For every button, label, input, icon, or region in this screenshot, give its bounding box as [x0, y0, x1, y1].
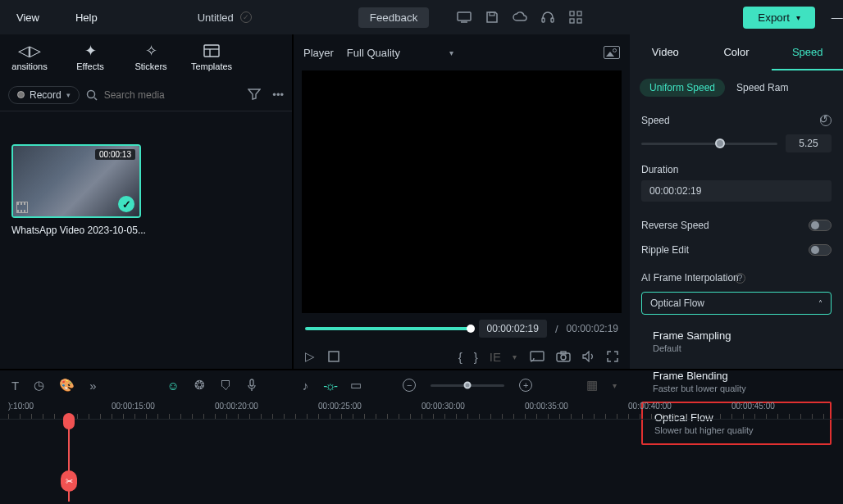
subtab-speed-ramp[interactable]: Speed Ram — [733, 79, 791, 97]
zoom-in-button[interactable]: + — [519, 379, 532, 392]
record-dot-icon — [17, 91, 25, 98]
tab-video[interactable]: Video — [630, 34, 701, 70]
ruler-stamp: 00:00:45:00 — [731, 402, 775, 411]
cast-icon[interactable] — [530, 351, 545, 362]
align-icon[interactable]: -☼- — [323, 379, 335, 393]
snapshot-icon[interactable] — [604, 46, 620, 59]
chevron-down-icon: ▾ — [796, 13, 800, 22]
headphones-icon[interactable] — [540, 10, 555, 25]
timeline-tracks[interactable]: ✂ — [0, 420, 843, 502]
tab-color[interactable]: Color — [701, 34, 772, 70]
tab-templates[interactable]: Templates — [185, 42, 238, 71]
reset-icon[interactable] — [820, 115, 832, 126]
menu-view[interactable]: View — [7, 8, 49, 27]
feedback-button[interactable]: Feedback — [358, 7, 430, 28]
grid-view-icon[interactable]: ▦ — [586, 378, 598, 393]
brace-open-icon[interactable]: { — [458, 350, 463, 364]
play-icon[interactable]: ▷ — [305, 349, 315, 364]
music-icon[interactable]: ♪ — [303, 379, 309, 393]
stop-icon[interactable] — [328, 351, 339, 362]
option-title: Frame Blending — [653, 370, 820, 382]
player-tab[interactable]: Player — [303, 47, 334, 59]
duration-value[interactable]: 00:00:02:19 — [641, 180, 832, 202]
zoom-slider[interactable] — [431, 384, 504, 387]
palette-icon[interactable]: 🎨 — [59, 378, 75, 393]
export-button[interactable]: Export ▾ — [743, 7, 815, 29]
filter-icon[interactable] — [248, 89, 261, 101]
quality-select[interactable]: Full Quality ▾ — [347, 47, 453, 59]
option-frame-sampling[interactable]: Frame Sampling Default — [641, 321, 832, 361]
ruler-stamp: 00:00:15:00 — [112, 402, 155, 411]
fullscreen-icon[interactable] — [607, 351, 618, 362]
option-title: Frame Sampling — [653, 329, 820, 342]
menu-help[interactable]: Help — [66, 8, 107, 27]
tab-label: Effects — [76, 61, 103, 71]
equalizer-icon[interactable]: IE — [490, 350, 501, 364]
svg-rect-14 — [329, 352, 339, 361]
crop-icon[interactable]: ▭ — [350, 378, 362, 393]
camera-icon[interactable] — [556, 351, 571, 362]
chevron-down-icon[interactable]: ▾ — [513, 352, 517, 361]
zoom-out-button[interactable]: − — [403, 379, 416, 392]
search-input[interactable] — [104, 89, 242, 101]
tab-transitions[interactable]: ◁▷ ansitions — [3, 42, 56, 71]
properties-panel: Video Color Speed Uniform Speed Speed Ra… — [630, 34, 843, 369]
shield-icon[interactable]: ⛉ — [220, 379, 232, 393]
option-subtitle: Faster but lower quality — [653, 384, 820, 393]
brace-close-icon[interactable]: } — [474, 350, 478, 364]
ruler-stamp: 00:00:20:00 — [215, 402, 258, 411]
smiley-icon[interactable]: ☺ — [167, 379, 180, 393]
tab-speed[interactable]: Speed — [772, 34, 843, 70]
text-tool-icon[interactable]: T — [11, 379, 19, 393]
timer-icon[interactable]: ◷ — [34, 378, 44, 393]
sparkle-icon[interactable]: ❂ — [194, 378, 205, 393]
reverse-speed-toggle[interactable] — [809, 220, 832, 231]
ruler-stamp: 00:00:40:00 — [628, 402, 672, 411]
tab-stickers[interactable]: ✧ Stickers — [125, 42, 177, 71]
ai-frame-dropdown[interactable]: Optical Flow ˄ — [641, 292, 832, 315]
grid-icon[interactable] — [568, 10, 583, 25]
tab-label: Stickers — [134, 61, 166, 71]
total-time: 00:00:02:19 — [567, 323, 618, 334]
svg-rect-9 — [204, 45, 219, 57]
speed-label: Speed — [641, 115, 670, 126]
tab-effects[interactable]: ✦ Effects — [64, 42, 116, 71]
search-icon — [86, 89, 98, 101]
clip-thumbnail: 00:00:13 ✓ — [13, 146, 139, 216]
player-seek-slider[interactable] — [305, 327, 471, 330]
help-icon[interactable]: ? — [735, 273, 745, 284]
export-label: Export — [758, 11, 790, 24]
cloud-icon[interactable] — [513, 10, 527, 25]
ripple-edit-toggle[interactable] — [809, 244, 832, 256]
chevron-down-icon: ▾ — [449, 48, 453, 57]
subtab-uniform-speed[interactable]: Uniform Speed — [640, 79, 725, 97]
more-tools-icon[interactable]: » — [89, 379, 96, 393]
speed-slider[interactable] — [641, 143, 777, 145]
chevron-down-icon[interactable]: ▾ — [613, 381, 617, 390]
cut-marker-icon[interactable]: ✂ — [61, 470, 77, 492]
current-time: 00:00:02:19 — [479, 320, 547, 338]
mic-icon[interactable] — [247, 379, 257, 392]
media-clip[interactable]: 00:00:13 ✓ — [11, 144, 141, 218]
templates-icon — [203, 42, 221, 60]
tab-label: Templates — [191, 61, 232, 71]
speed-value: 5.25 — [786, 134, 832, 152]
svg-rect-15 — [531, 352, 544, 361]
minimize-icon[interactable]: — — [832, 11, 843, 24]
timeline-ruler[interactable]: ):10:00 00:00:15:00 00:00:20:00 00:00:25… — [0, 400, 843, 420]
media-panel: ◁▷ ansitions ✦ Effects ✧ Stickers Templa… — [0, 34, 294, 369]
top-bar: View Help Untitled ✓ Feedback Export ▾ —… — [0, 0, 843, 34]
more-icon[interactable]: ••• — [272, 89, 284, 101]
option-frame-blending[interactable]: Frame Blending Faster but lower quality — [641, 361, 832, 402]
stickers-icon: ✧ — [142, 42, 160, 60]
svg-rect-0 — [458, 12, 471, 20]
save-icon[interactable] — [485, 10, 499, 25]
volume-icon[interactable] — [582, 351, 595, 362]
svg-rect-7 — [570, 19, 574, 23]
tab-label: ansitions — [11, 61, 47, 71]
player-canvas[interactable] — [302, 70, 622, 313]
ruler-stamp: 00:00:25:00 — [318, 402, 362, 411]
effects-icon: ✦ — [81, 42, 99, 60]
record-button[interactable]: Record ▾ — [8, 86, 80, 104]
monitor-icon[interactable] — [457, 10, 472, 25]
